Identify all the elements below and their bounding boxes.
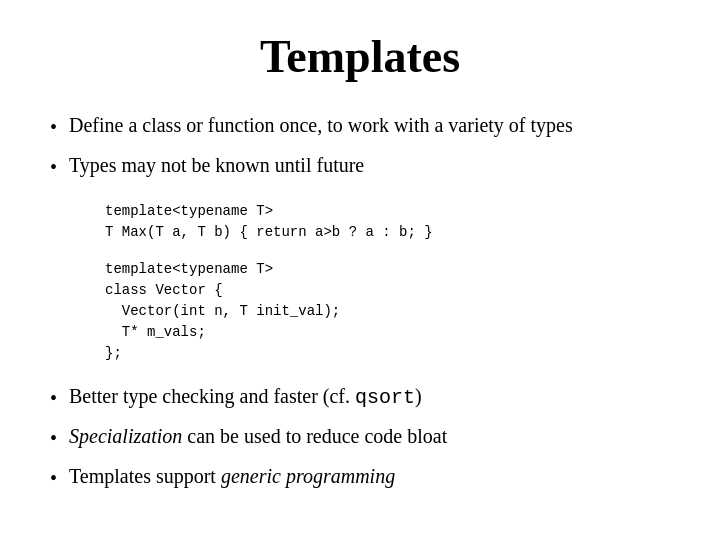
bullet-text: Define a class or function once, to work… [69,111,670,139]
slide-title: Templates [50,30,670,83]
list-item: • Better type checking and faster (cf. q… [50,382,670,412]
bullet-dot: • [50,113,57,141]
bullet-text: Templates support generic programming [69,462,670,490]
italic-text: Specialization [69,425,182,447]
list-item: • Types may not be known until future [50,151,670,181]
bullet-dot: • [50,424,57,452]
list-item: • Specialization can be used to reduce c… [50,422,670,452]
bullet-text: Better type checking and faster (cf. qso… [69,382,670,412]
bullet-text: Types may not be known until future [69,151,670,179]
italic-text: generic programming [221,465,395,487]
code-block-2: template<typename T> class Vector { Vect… [105,259,670,364]
list-item: • Templates support generic programming [50,462,670,492]
bullet-dot: • [50,464,57,492]
bullet-list-top: • Define a class or function once, to wo… [50,111,670,191]
list-item: • Define a class or function once, to wo… [50,111,670,141]
bullet-text: Specialization can be used to reduce cod… [69,422,670,450]
slide: Templates • Define a class or function o… [0,0,720,540]
inline-code: qsort [355,386,415,409]
code-block-1: template<typename T> T Max(T a, T b) { r… [105,201,670,243]
bullet-list-bottom: • Better type checking and faster (cf. q… [50,382,670,502]
bullet-dot: • [50,384,57,412]
bullet-dot: • [50,153,57,181]
